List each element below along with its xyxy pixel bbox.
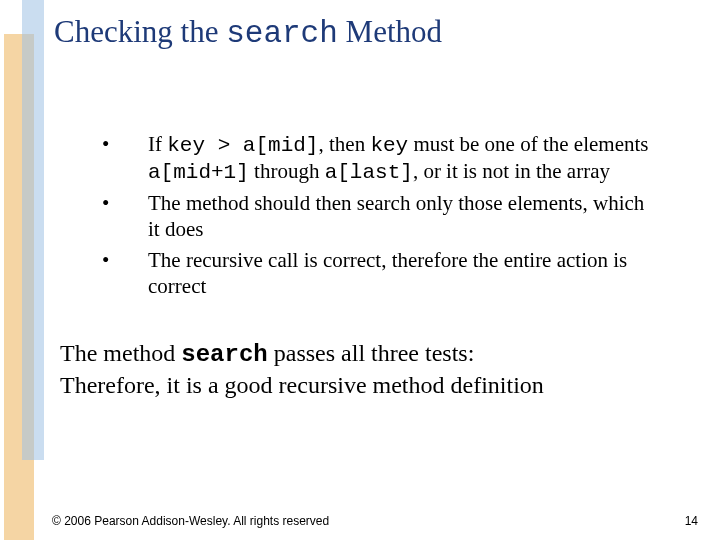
slide: Checking the search Method •If key > a[m… bbox=[0, 0, 720, 540]
bullet-text: The recursive call is correct, therefore… bbox=[148, 248, 660, 299]
left-art bbox=[0, 0, 44, 540]
text-span: through bbox=[249, 159, 325, 183]
text-span: , then bbox=[318, 132, 370, 156]
bullet-item: •The recursive call is correct, therefor… bbox=[100, 248, 660, 299]
text-span: The method should then search only those… bbox=[148, 191, 644, 241]
text-span: The recursive call is correct, therefore… bbox=[148, 248, 627, 298]
code-span: a[mid+1] bbox=[148, 161, 249, 184]
text-span: If bbox=[148, 132, 167, 156]
bullet-mark: • bbox=[100, 248, 148, 299]
conclusion: The method search passes all three tests… bbox=[60, 338, 670, 400]
blue-band bbox=[22, 0, 44, 460]
text-span: , or it is not in the array bbox=[413, 159, 610, 183]
code-span: key bbox=[370, 134, 408, 157]
bullet-list: •If key > a[mid], then key must be one o… bbox=[100, 132, 660, 306]
bullet-item: •If key > a[mid], then key must be one o… bbox=[100, 132, 660, 185]
title-post: Method bbox=[338, 14, 442, 49]
bullet-text: If key > a[mid], then key must be one of… bbox=[148, 132, 660, 185]
title-pre: Checking the bbox=[54, 14, 226, 49]
text-span: must be one of the elements bbox=[408, 132, 648, 156]
title-code: search bbox=[226, 16, 338, 51]
bullet-mark: • bbox=[100, 191, 148, 242]
conclusion-pre: The method bbox=[60, 340, 181, 366]
code-span: key > a[mid] bbox=[167, 134, 318, 157]
footer-copyright: © 2006 Pearson Addison-Wesley. All right… bbox=[52, 514, 329, 528]
bullet-mark: • bbox=[100, 132, 148, 185]
bullet-text: The method should then search only those… bbox=[148, 191, 660, 242]
bullet-item: •The method should then search only thos… bbox=[100, 191, 660, 242]
slide-title: Checking the search Method bbox=[54, 14, 442, 51]
conclusion-code: search bbox=[181, 341, 267, 368]
code-span: a[last] bbox=[325, 161, 413, 184]
conclusion-post: passes all three tests: bbox=[268, 340, 475, 366]
conclusion-line2: Therefore, it is a good recursive method… bbox=[60, 370, 670, 400]
conclusion-line1: The method search passes all three tests… bbox=[60, 338, 670, 370]
footer-page-number: 14 bbox=[685, 514, 698, 528]
